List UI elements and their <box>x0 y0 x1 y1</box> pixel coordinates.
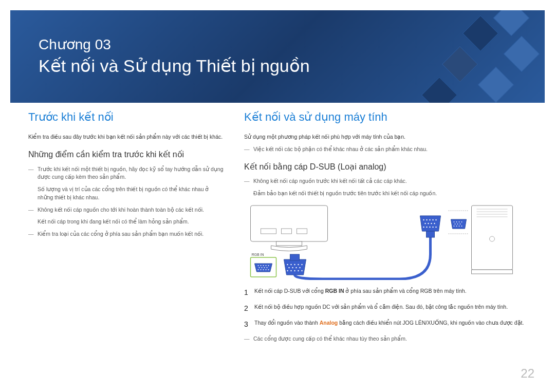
step-row: 2 Kết nối bộ điều hợp nguồn DC với sản p… <box>244 303 534 314</box>
step-number: 3 <box>244 319 254 330</box>
svg-point-8 <box>263 265 264 266</box>
note-item: Việc kết nối các bộ phận có thể khác nha… <box>244 145 534 154</box>
svg-point-57 <box>454 226 455 227</box>
svg-point-33 <box>298 270 299 271</box>
svg-point-9 <box>266 265 267 266</box>
page-number: 22 <box>521 366 534 381</box>
svg-point-45 <box>423 227 424 228</box>
intro-text: Sử dụng một phương pháp kết nối phù hợp … <box>244 133 534 141</box>
chapter-label: Chương 03 <box>39 36 111 53</box>
content-area: Trước khi kết nối Kiểm tra điều sau đây … <box>28 110 534 347</box>
svg-point-60 <box>461 226 462 227</box>
header-decorative-cubes <box>401 10 545 103</box>
svg-point-29 <box>299 267 300 268</box>
svg-rect-0 <box>251 206 328 241</box>
step-number: 2 <box>244 303 254 314</box>
svg-point-58 <box>456 226 457 227</box>
step-text: Kết nối cáp D-SUB với cổng RGB IN ở phía… <box>254 287 534 298</box>
bullet-subtext: Số lượng và vị trí của các cổng trên thi… <box>28 185 224 202</box>
step-number: 1 <box>244 287 254 298</box>
diagram-label-rgbin: RGB IN <box>252 253 264 256</box>
svg-point-30 <box>287 270 288 271</box>
connection-diagram: RGB IN <box>244 203 534 280</box>
svg-point-16 <box>261 269 262 270</box>
svg-point-46 <box>426 227 427 228</box>
svg-point-59 <box>459 226 460 227</box>
step-text: Thay đổi nguồn vào thành Analog bằng các… <box>254 319 534 330</box>
svg-point-11 <box>259 267 260 268</box>
step-text: Kết nối bộ điều hợp nguồn DC với sản phẩ… <box>254 303 534 314</box>
svg-point-10 <box>268 265 269 266</box>
svg-rect-35 <box>427 231 435 237</box>
subsection-heading-dsub: Kết nối bằng cáp D-SUB (Loại analog) <box>244 162 534 173</box>
svg-point-14 <box>267 267 268 268</box>
svg-point-12 <box>262 267 263 268</box>
svg-point-17 <box>263 269 264 270</box>
svg-point-51 <box>456 221 457 222</box>
svg-point-31 <box>290 270 291 271</box>
svg-point-47 <box>429 227 430 228</box>
svg-point-23 <box>294 264 295 265</box>
section-heading-connect-use-pc: Kết nối và sử dụng máy tính <box>244 110 534 124</box>
note-item: Các cổng được cung cấp có thể khác nhau … <box>244 335 534 343</box>
dsub-diagram-svg: RGB IN <box>244 203 534 280</box>
page-root: Chương 03 Kết nối và Sử dụng Thiết bị ng… <box>0 0 555 392</box>
svg-rect-62 <box>472 270 513 274</box>
svg-point-28 <box>295 267 297 268</box>
subsection-heading-checkpoints: Những điểm cần kiểm tra trước khi kết nố… <box>28 150 224 160</box>
svg-point-42 <box>428 223 429 224</box>
svg-rect-61 <box>472 206 513 270</box>
warning-subtext: Đảm bảo bạn kết nối thiết bị nguồn trước… <box>244 190 534 198</box>
svg-point-44 <box>434 223 435 224</box>
svg-rect-20 <box>290 254 300 260</box>
svg-point-36 <box>423 219 424 220</box>
svg-rect-2 <box>282 229 292 234</box>
svg-point-6 <box>258 265 259 266</box>
svg-point-38 <box>429 219 430 220</box>
svg-point-50 <box>454 221 455 222</box>
svg-point-26 <box>288 267 289 268</box>
svg-point-52 <box>459 221 460 222</box>
svg-point-24 <box>298 264 299 265</box>
svg-point-19 <box>268 269 269 270</box>
svg-rect-3 <box>297 229 307 234</box>
step-row: 1 Kết nối cáp D-SUB với cổng RGB IN ở ph… <box>244 287 534 298</box>
section-heading-before-connecting: Trước khi kết nối <box>28 110 224 124</box>
svg-point-18 <box>266 269 267 270</box>
svg-point-43 <box>431 223 432 224</box>
svg-point-27 <box>292 267 293 268</box>
svg-point-34 <box>301 270 302 271</box>
svg-point-32 <box>294 270 295 271</box>
svg-point-56 <box>460 223 461 225</box>
column-right: Kết nối và sử dụng máy tính Sử dụng một … <box>244 110 534 347</box>
svg-point-54 <box>455 223 456 225</box>
step-row: 3 Thay đổi nguồn vào thành Analog bằng c… <box>244 319 534 330</box>
svg-point-40 <box>435 219 436 220</box>
column-left: Trước khi kết nối Kiểm tra điều sau đây … <box>28 110 224 347</box>
bullet-item: Trước khi kết nối một thiết bị nguồn, hã… <box>28 165 224 182</box>
svg-point-25 <box>301 264 302 265</box>
svg-point-22 <box>290 264 291 265</box>
bullet-item: Kiểm tra loại của các cổng ở phía sau sả… <box>28 230 224 238</box>
svg-point-13 <box>264 267 265 268</box>
svg-point-21 <box>287 264 288 265</box>
svg-point-49 <box>435 227 436 228</box>
svg-point-7 <box>261 265 262 266</box>
intro-text: Kiểm tra điều sau đây trước khi bạn kết … <box>28 133 224 141</box>
chapter-header-bg: Chương 03 Kết nối và Sử dụng Thiết bị ng… <box>10 10 545 103</box>
warning-item: Không kết nối cáp nguồn trước khi kết nố… <box>244 177 534 185</box>
svg-point-55 <box>457 223 458 225</box>
svg-rect-4 <box>276 241 302 246</box>
svg-point-37 <box>426 219 427 220</box>
svg-point-48 <box>432 227 433 228</box>
svg-point-39 <box>432 219 433 220</box>
svg-rect-1 <box>261 229 276 234</box>
svg-point-41 <box>424 223 425 224</box>
svg-point-53 <box>461 221 462 222</box>
bullet-item: Không kết nối cáp nguồn cho tới khi hoàn… <box>28 206 224 214</box>
bullet-subtext: Kết nối cáp trong khi đang kết nối có th… <box>28 218 224 226</box>
svg-point-15 <box>258 269 259 270</box>
chapter-title: Kết nối và Sử dụng Thiết bị nguồn <box>39 55 310 76</box>
